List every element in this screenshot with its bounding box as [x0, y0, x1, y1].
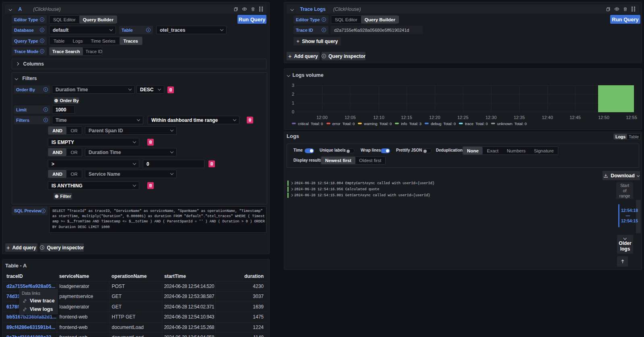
svg-text:12:50: 12:50 — [598, 115, 609, 120]
svg-text:2: 2 — [292, 92, 294, 97]
svg-text:12:05: 12:05 — [345, 115, 356, 120]
svg-text:12:15: 12:15 — [401, 115, 412, 120]
svg-text:12:35: 12:35 — [514, 115, 525, 120]
svg-text:12:40: 12:40 — [542, 115, 553, 120]
svg-text:12:25: 12:25 — [457, 115, 469, 120]
svg-text:12:30: 12:30 — [485, 115, 497, 120]
svg-text:12:45: 12:45 — [570, 115, 581, 120]
svg-text:12:00: 12:00 — [316, 115, 328, 120]
svg-text:3: 3 — [292, 83, 294, 88]
svg-text:1: 1 — [292, 101, 294, 105]
svg-text:0: 0 — [292, 109, 294, 114]
svg-text:12:10: 12:10 — [373, 115, 384, 120]
svg-text:12:55: 12:55 — [626, 115, 637, 120]
svg-text:12:20: 12:20 — [429, 115, 440, 120]
